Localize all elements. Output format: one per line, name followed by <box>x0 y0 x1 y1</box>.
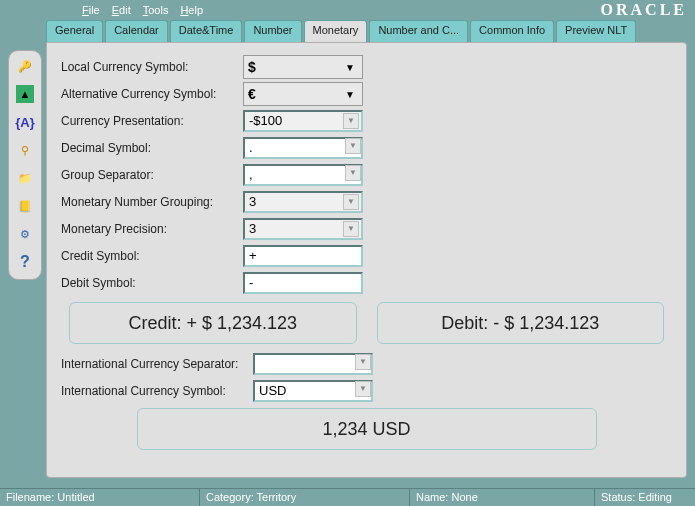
tab-preview-nlt[interactable]: Preview NLT <box>556 20 636 42</box>
precision-select[interactable]: 3▼ <box>243 218 363 240</box>
gear-icon[interactable]: ⚙ <box>16 225 34 243</box>
presentation-select[interactable]: -$100▼ <box>243 110 363 132</box>
local-currency-select[interactable]: $▼ <box>243 55 363 79</box>
menu-help[interactable]: Help <box>180 4 203 16</box>
credit-input[interactable]: + <box>243 245 363 267</box>
monetary-panel: Local Currency Symbol: $▼ Alternative Cu… <box>46 42 687 478</box>
status-bar: Filename: Untitled Category: Territory N… <box>0 488 695 506</box>
status-filename: Filename: Untitled <box>0 489 200 506</box>
group-sep-input[interactable]: ,▼ <box>243 164 363 186</box>
image-icon[interactable]: ▲ <box>16 85 34 103</box>
tab-general[interactable]: General <box>46 20 103 42</box>
group-sep-label: Group Separator: <box>61 168 243 182</box>
debit-label: Debit Symbol: <box>61 276 243 290</box>
tab-datetime[interactable]: Date&Time <box>170 20 243 42</box>
chevron-down-icon: ▼ <box>343 113 359 129</box>
tab-number[interactable]: Number <box>244 20 301 42</box>
alt-currency-select[interactable]: €▼ <box>243 82 363 106</box>
link-icon[interactable]: ⚲ <box>16 141 34 159</box>
grouping-label: Monetary Number Grouping: <box>61 195 243 209</box>
intl-sym-input[interactable]: USD▼ <box>253 380 373 402</box>
intl-preview: 1,234 USD <box>137 408 597 450</box>
key-icon[interactable]: 🔑 <box>16 57 34 75</box>
tab-common-info[interactable]: Common Info <box>470 20 554 42</box>
menu-tools[interactable]: Tools <box>143 4 169 16</box>
help-icon[interactable]: ? <box>16 253 34 271</box>
tab-number-and-c[interactable]: Number and C... <box>369 20 468 42</box>
alt-currency-label: Alternative Currency Symbol: <box>61 87 243 101</box>
intl-sym-label: International Currency Symbol: <box>61 384 253 398</box>
chevron-down-icon: ▼ <box>344 87 356 103</box>
brand-logo: ORACLE <box>601 1 687 19</box>
chevron-down-icon: ▼ <box>345 165 361 181</box>
intl-sep-input[interactable]: ▼ <box>253 353 373 375</box>
chevron-down-icon: ▼ <box>343 221 359 237</box>
toolbar: 🔑 ▲ {A} ⚲ 📁 📒 ⚙ ? <box>8 50 42 280</box>
tab-calendar[interactable]: Calendar <box>105 20 168 42</box>
debit-preview: Debit: - $ 1,234.123 <box>377 302 665 344</box>
chevron-down-icon: ▼ <box>355 381 371 397</box>
chevron-down-icon: ▼ <box>344 60 356 76</box>
status-name: Name: None <box>410 489 595 506</box>
presentation-label: Currency Presentation: <box>61 114 243 128</box>
chevron-down-icon: ▼ <box>343 194 359 210</box>
status-status: Status: Editing <box>595 489 695 506</box>
precision-label: Monetary Precision: <box>61 222 243 236</box>
braces-icon[interactable]: {A} <box>16 113 34 131</box>
menu-edit[interactable]: Edit <box>112 4 131 16</box>
status-category: Category: Territory <box>200 489 410 506</box>
menu-file[interactable]: File <box>82 4 100 16</box>
menu-bar: File Edit Tools Help <box>82 4 203 16</box>
grouping-select[interactable]: 3▼ <box>243 191 363 213</box>
decimal-input[interactable]: .▼ <box>243 137 363 159</box>
chevron-down-icon: ▼ <box>355 354 371 370</box>
debit-input[interactable]: - <box>243 272 363 294</box>
chevron-down-icon: ▼ <box>345 138 361 154</box>
local-currency-label: Local Currency Symbol: <box>61 60 243 74</box>
credit-preview: Credit: + $ 1,234.123 <box>69 302 357 344</box>
tab-bar: General Calendar Date&Time Number Moneta… <box>46 20 687 42</box>
decimal-label: Decimal Symbol: <box>61 141 243 155</box>
credit-label: Credit Symbol: <box>61 249 243 263</box>
tab-monetary[interactable]: Monetary <box>304 20 368 42</box>
note-icon[interactable]: 📒 <box>16 197 34 215</box>
folder-icon[interactable]: 📁 <box>16 169 34 187</box>
intl-sep-label: International Currency Separator: <box>61 357 253 371</box>
